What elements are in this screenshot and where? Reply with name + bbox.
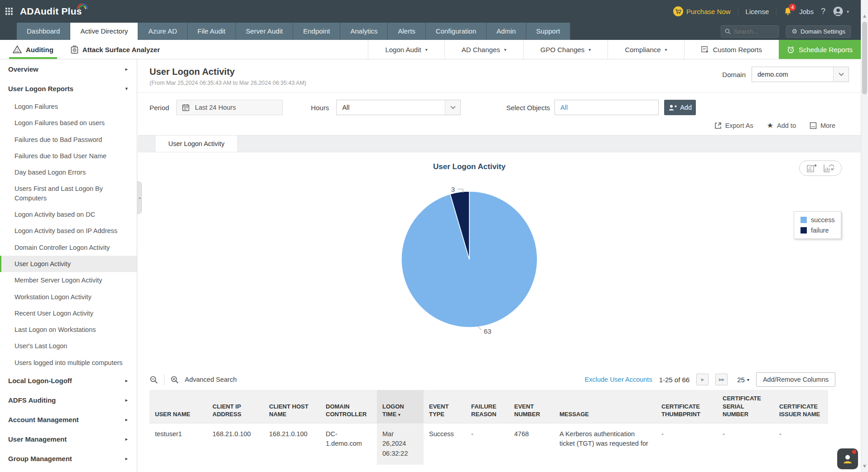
sidebar-item-bad-password[interactable]: Failures due to Bad Password bbox=[0, 131, 137, 148]
search-input[interactable] bbox=[733, 28, 772, 35]
page-size-select[interactable]: 25 ▾ bbox=[737, 376, 749, 384]
exclude-user-accounts-link[interactable]: Exclude User Accounts bbox=[585, 376, 652, 383]
sidebar-item-user-logon-activity[interactable]: User Logon Activity bbox=[0, 256, 137, 272]
sidebar-item-member-server[interactable]: Member Server Logon Activity bbox=[0, 272, 137, 288]
add-to-button[interactable]: ★ Add to bbox=[767, 121, 796, 130]
sidebar-item-day-based-errors[interactable]: Day based Logon Errors bbox=[0, 164, 137, 180]
tab-azure-ad[interactable]: Azure AD bbox=[138, 23, 187, 40]
sidebar-section-computer-management[interactable]: Computer Management ▸ bbox=[0, 468, 137, 472]
sidebar-item-multiple-computers[interactable]: Users logged into multiple computers bbox=[0, 355, 137, 371]
col-user-name[interactable]: USER NAME bbox=[149, 390, 207, 423]
col-logon-time[interactable]: LOGON TIME ▾ bbox=[377, 390, 424, 423]
add-remove-columns-button[interactable]: Add/Remove Columns bbox=[756, 372, 835, 387]
sidebar-item-first-last-logon[interactable]: Users First and Last Logon By Computers bbox=[0, 180, 137, 206]
global-search[interactable] bbox=[721, 25, 779, 38]
tab-auditing[interactable]: Auditing bbox=[13, 40, 53, 59]
tab-configuration[interactable]: Configuration bbox=[426, 23, 487, 40]
tab-support[interactable]: Support bbox=[526, 23, 571, 40]
col-cert-thumbprint[interactable]: CERTIFICATE THUMBPRINT bbox=[656, 390, 717, 423]
domain-select[interactable]: demo.com bbox=[752, 67, 849, 82]
pie-chart[interactable]: 3 63 bbox=[379, 171, 560, 352]
schedule-reports-label: Schedule Reports bbox=[799, 46, 853, 54]
tab-active-directory[interactable]: Active Directory bbox=[70, 23, 138, 40]
custom-reports-button[interactable]: Custom Reports bbox=[684, 40, 779, 59]
sidebar-item-logon-activity-dc[interactable]: Logon Activity based on DC bbox=[0, 206, 137, 223]
add-chart-icon[interactable] bbox=[807, 164, 817, 173]
col-client-host[interactable]: CLIENT HOST NAME bbox=[264, 390, 320, 423]
jobs-button[interactable]: Jobs bbox=[799, 8, 814, 15]
select-objects-field[interactable]: All bbox=[555, 100, 659, 115]
scrollbar-thumb[interactable] bbox=[862, 22, 867, 94]
sidebar-item-dc-logon-activity[interactable]: Domain Controller Logon Activity bbox=[0, 239, 137, 256]
user-menu-button[interactable]: ▾ bbox=[833, 6, 849, 17]
add-objects-button[interactable]: Add bbox=[664, 100, 696, 115]
col-failure-reason[interactable]: FAILURE REASON bbox=[466, 390, 509, 423]
sidebar-item-logon-failures-users[interactable]: Logon Failures based on users bbox=[0, 115, 137, 131]
col-event-number[interactable]: EVENT NUMBER bbox=[509, 390, 554, 423]
sidebar-item-recent-user[interactable]: Recent User Logon Activity bbox=[0, 305, 137, 321]
scroll-up-arrow[interactable]: ▲ bbox=[861, 14, 868, 18]
col-client-ip[interactable]: CLIENT IP ADDRESS bbox=[207, 390, 264, 423]
sidebar-item-bad-user-name[interactable]: Failures due to Bad User Name bbox=[0, 148, 137, 164]
tab-alerts[interactable]: Alerts bbox=[388, 23, 425, 40]
tab-admin[interactable]: Admin bbox=[487, 23, 526, 40]
help-button[interactable]: ? bbox=[821, 7, 825, 16]
tab-user-logon-activity[interactable]: User Logon Activity bbox=[155, 136, 238, 152]
tab-server-audit[interactable]: Server Audit bbox=[236, 23, 294, 40]
col-message[interactable]: MESSAGE bbox=[554, 390, 656, 423]
menu-compliance[interactable]: Compliance ▾ bbox=[608, 40, 684, 59]
domain-settings-button[interactable]: ⚙ Domain Settings bbox=[786, 25, 851, 38]
tab-file-audit[interactable]: File Audit bbox=[188, 23, 236, 40]
export-as-button[interactable]: Export As bbox=[714, 122, 753, 129]
menu-ad-changes[interactable]: AD Changes ▾ bbox=[444, 40, 523, 59]
sidebar-item-last-logon-workstations[interactable]: Last Logon on Workstations bbox=[0, 321, 137, 338]
sidebar-section-user-logon-reports[interactable]: User Logon Reports ▾ bbox=[0, 79, 137, 98]
menu-gpo-changes[interactable]: GPO Changes ▾ bbox=[523, 40, 608, 59]
col-domain-controller[interactable]: DOMAIN CONTROLLER bbox=[320, 390, 377, 423]
sidebar-item-workstation[interactable]: Workstation Logon Activity bbox=[0, 289, 137, 305]
tab-dashboard[interactable]: Dashboard bbox=[17, 23, 70, 40]
sidebar-section-adfs-auditing[interactable]: ADFS Auditing ▸ bbox=[0, 390, 137, 410]
col-cert-serial[interactable]: CERTIFICATE SERIAL NUMBER bbox=[717, 390, 774, 423]
period-picker[interactable]: Last 24 Hours bbox=[176, 100, 283, 115]
schedule-reports-button[interactable]: Schedule Reports bbox=[779, 40, 861, 59]
menu-logon-audit[interactable]: Logon Audit ▾ bbox=[368, 40, 444, 59]
sidebar-section-overview[interactable]: Overview ▸ bbox=[0, 59, 137, 79]
sidebar-section-local-logon-logoff[interactable]: Local Logon-Logoff ▸ bbox=[0, 371, 137, 390]
tab-endpoint[interactable]: Endpoint bbox=[293, 23, 340, 40]
legend-item-failure[interactable]: failure bbox=[800, 227, 834, 234]
tab-analytics[interactable]: Analytics bbox=[340, 23, 388, 40]
advanced-search-icon[interactable] bbox=[170, 375, 179, 384]
cell-client-host: 168.21.0.100 bbox=[264, 423, 320, 465]
advanced-search-label[interactable]: Advanced Search bbox=[185, 376, 236, 383]
sidebar-section-account-management[interactable]: Account Management ▸ bbox=[0, 410, 137, 429]
notifications-button[interactable]: 4 bbox=[784, 7, 792, 16]
app-logo[interactable]: ADAudit Plus bbox=[20, 6, 82, 17]
sidebar-section-group-management[interactable]: Group Management ▸ bbox=[0, 449, 137, 468]
col-label: LOGON TIME bbox=[382, 403, 404, 418]
legend-item-success[interactable]: success bbox=[800, 216, 834, 224]
sort-desc-icon[interactable]: ▾ bbox=[398, 412, 400, 417]
sidebar-item-users-last-logon[interactable]: User's Last Logon bbox=[0, 338, 137, 354]
tab-attack-surface-analyzer[interactable]: Attack Surface Analyzer bbox=[71, 40, 160, 59]
hours-select[interactable]: All bbox=[336, 100, 461, 115]
col-event-type[interactable]: EVENT TYPE bbox=[424, 390, 466, 423]
sidebar-item-logon-activity-ip[interactable]: Logon Activity based on IP Address bbox=[0, 223, 137, 239]
sidebar-section-user-management[interactable]: User Management ▸ bbox=[0, 429, 137, 449]
refresh-chart-icon[interactable] bbox=[823, 164, 834, 173]
last-page-button[interactable]: ▶▶ bbox=[715, 374, 728, 385]
chat-widget-button[interactable] bbox=[837, 448, 858, 469]
more-button[interactable]: More bbox=[810, 122, 835, 129]
scroll-down-arrow[interactable]: ▼ bbox=[861, 464, 868, 468]
app-grid-icon[interactable] bbox=[5, 8, 13, 15]
purchase-now-button[interactable]: Purchase Now bbox=[673, 6, 731, 16]
sidebar-collapse-handle[interactable]: ◂ bbox=[137, 181, 142, 214]
cell-failure-reason: - bbox=[466, 423, 509, 465]
next-page-button[interactable]: ▶ bbox=[696, 374, 709, 385]
table-row[interactable]: testuser1 168.21.0.100 168.21.0.100 DC-1… bbox=[149, 423, 828, 465]
sidebar-item-logon-failures[interactable]: Logon Failures bbox=[0, 98, 137, 115]
col-cert-issuer[interactable]: CERTIFICATE ISSUER NAME bbox=[774, 390, 828, 423]
search-icon[interactable] bbox=[149, 375, 158, 384]
vertical-scrollbar[interactable]: ▲ ▼ bbox=[861, 0, 868, 472]
license-button[interactable]: License bbox=[746, 8, 769, 15]
